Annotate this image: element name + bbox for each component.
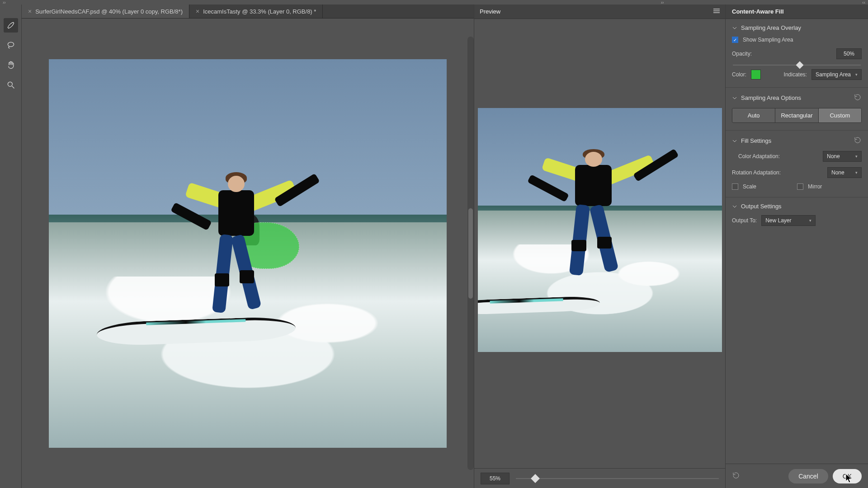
opacity-value-input[interactable]: 50% — [836, 48, 862, 59]
vertical-scrollbar[interactable] — [467, 37, 474, 470]
section-sampling-overlay: Sampling Area Overlay Show Sampling Area… — [726, 19, 868, 88]
scale-checkbox[interactable] — [732, 183, 738, 190]
opacity-slider-thumb[interactable] — [796, 61, 803, 69]
zoom-value-input[interactable]: 55% — [481, 473, 509, 484]
section-toggle-sampling-options[interactable]: Sampling Area Options — [732, 94, 801, 101]
sampling-mode-auto[interactable]: Auto — [732, 108, 775, 122]
sampling-mode-custom[interactable]: Custom — [819, 108, 861, 122]
expand-left-icon[interactable]: ›› — [3, 0, 6, 5]
preview-canvas[interactable] — [478, 108, 722, 352]
chevron-down-icon: ▾ — [855, 154, 858, 159]
preview-title: Preview — [480, 8, 500, 15]
chevron-down-icon — [732, 204, 737, 209]
tab-label: SurferGirlNeedsCAF.psd @ 40% (Layer 0 co… — [35, 8, 183, 15]
output-to-label: Output To: — [732, 217, 757, 224]
color-adaptation-dropdown[interactable]: None ▾ — [823, 151, 862, 162]
toolbar — [0, 5, 22, 488]
svg-point-1 — [8, 82, 12, 86]
indicates-label: Indicates: — [784, 71, 807, 78]
reset-icon[interactable] — [854, 93, 862, 103]
svg-point-0 — [8, 42, 14, 47]
sampling-mode-rectangular[interactable]: Rectangular — [775, 108, 818, 122]
panel-menu-icon[interactable] — [713, 8, 720, 15]
expand-right-icon[interactable]: ‹‹ — [862, 0, 865, 5]
rotation-adaptation-dropdown[interactable]: None ▾ — [827, 167, 862, 178]
options-title: Content-Aware Fill — [726, 5, 868, 19]
zoom-slider-thumb[interactable] — [531, 474, 540, 483]
chevron-down-icon: ▾ — [809, 218, 811, 223]
document-tab-bar: × SurferGirlNeedsCAF.psd @ 40% (Layer 0 … — [22, 5, 474, 19]
chevron-down-icon — [732, 138, 737, 144]
svg-line-2 — [12, 86, 14, 89]
zoom-slider[interactable] — [516, 478, 719, 479]
chevron-down-icon: ▾ — [855, 72, 858, 77]
reset-all-icon[interactable] — [732, 471, 740, 481]
section-toggle-fill-settings[interactable]: Fill Settings — [732, 137, 771, 144]
tab-label: IcecamIsTasty @ 33.3% (Layer 0, RGB/8) * — [203, 8, 316, 15]
color-swatch[interactable] — [751, 70, 761, 80]
preview-body[interactable] — [474, 19, 725, 468]
preview-panel: Preview — [474, 5, 725, 488]
main-canvas[interactable] — [49, 59, 447, 448]
options-panel: Content-Aware Fill Sampling Area Overlay… — [725, 5, 868, 488]
document-tab-1[interactable]: × IcecamIsTasty @ 33.3% (Layer 0, RGB/8)… — [189, 5, 323, 18]
document-tab-0[interactable]: × SurferGirlNeedsCAF.psd @ 40% (Layer 0 … — [22, 5, 189, 18]
section-fill-settings: Fill Settings Color Adaptation: None ▾ R… — [726, 131, 868, 197]
mirror-checkbox[interactable] — [797, 183, 803, 190]
section-sampling-options: Sampling Area Options Auto Rectangular C… — [726, 88, 868, 131]
lasso-tool[interactable] — [4, 38, 18, 52]
zoom-tool[interactable] — [4, 78, 18, 92]
show-sampling-area-checkbox[interactable] — [732, 37, 738, 43]
color-adaptation-label: Color Adaptation: — [738, 153, 780, 160]
cancel-button[interactable]: Cancel — [788, 469, 828, 483]
expand-mid-icon[interactable]: ›› — [661, 0, 664, 5]
indicates-dropdown[interactable]: Sampling Area ▾ — [811, 69, 862, 80]
output-to-dropdown[interactable]: New Layer ▾ — [761, 215, 816, 226]
reset-icon[interactable] — [854, 136, 862, 145]
hand-tool[interactable] — [4, 58, 18, 72]
close-icon[interactable]: × — [196, 8, 199, 15]
color-label: Color: — [732, 71, 746, 78]
scale-label: Scale — [743, 183, 756, 190]
show-sampling-area-label: Show Sampling Area — [743, 37, 793, 43]
chevron-down-icon — [732, 95, 737, 101]
main-canvas-area[interactable] — [22, 19, 474, 488]
section-toggle-sampling-overlay[interactable]: Sampling Area Overlay — [732, 24, 862, 31]
chevron-down-icon: ▾ — [855, 170, 858, 175]
chevron-down-icon — [732, 25, 737, 31]
rotation-adaptation-label: Rotation Adaptation: — [732, 169, 781, 176]
section-output-settings: Output Settings Output To: New Layer ▾ — [726, 197, 868, 233]
workspace: × SurferGirlNeedsCAF.psd @ 40% (Layer 0 … — [22, 5, 474, 488]
opacity-slider[interactable] — [733, 65, 861, 66]
opacity-label: Opacity: — [732, 51, 752, 57]
section-toggle-output-settings[interactable]: Output Settings — [732, 203, 862, 210]
scrollbar-thumb[interactable] — [468, 208, 473, 299]
mirror-label: Mirror — [808, 183, 822, 190]
sampling-brush-tool[interactable] — [4, 18, 18, 33]
close-icon[interactable]: × — [28, 8, 32, 15]
sampling-mode-segmented: Auto Rectangular Custom — [732, 108, 862, 123]
ok-button[interactable]: OK — [833, 469, 862, 483]
